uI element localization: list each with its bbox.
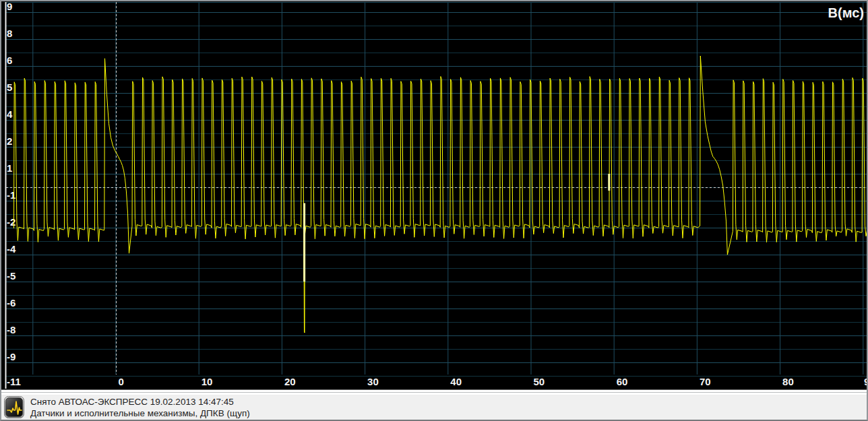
x-tick-label: 20 <box>284 376 296 387</box>
oscilloscope-pulse-icon[interactable] <box>4 396 24 418</box>
y-tick-label: -2 <box>7 216 16 228</box>
y-tick-label: -6 <box>7 297 16 309</box>
x-tick-label: 50 <box>534 376 545 387</box>
oscilloscope-window: 9865421-1-2-4-5-6-8-9-110102030405060708… <box>0 0 868 421</box>
statusbar-separator <box>0 389 868 395</box>
y-tick-label: -5 <box>7 270 16 282</box>
x-tick-label: -11 <box>7 376 21 387</box>
x-tick-label: 10 <box>202 376 213 387</box>
y-tick-label: 4 <box>7 108 13 120</box>
status-line-2: Датчики и исполнительные механизмы, ДПКВ… <box>30 408 250 420</box>
x-tick-label: 0 <box>119 376 124 387</box>
status-line-1: Снято АВТОАС-ЭКСПРЕСС 19.02.2013 14:47:4… <box>30 397 250 408</box>
y-tick-label: -4 <box>7 243 16 255</box>
x-tick-label: 40 <box>450 376 462 387</box>
y-tick-label: -1 <box>7 189 16 201</box>
oscilloscope-canvas[interactable]: 9865421-1-2-4-5-6-8-9-110102030405060708… <box>0 0 868 389</box>
y-tick-label: 8 <box>7 28 12 39</box>
y-tick-label: 1 <box>7 162 12 174</box>
y-tick-label: -8 <box>7 324 16 335</box>
axis-unit-label: В(мс) <box>828 5 864 20</box>
y-tick-label: 9 <box>7 1 12 12</box>
y-tick-label: 2 <box>7 135 12 147</box>
x-tick-label: 60 <box>617 376 628 387</box>
x-tick-label: 30 <box>367 376 379 387</box>
status-bar: Снято АВТОАС-ЭКСПРЕСС 19.02.2013 14:47:4… <box>0 395 868 421</box>
y-tick-label: 5 <box>7 82 12 93</box>
x-tick-label: 70 <box>700 376 711 387</box>
y-tick-label: 6 <box>7 55 12 66</box>
y-tick-label: -9 <box>7 351 16 362</box>
x-tick-label: 80 <box>782 376 794 387</box>
